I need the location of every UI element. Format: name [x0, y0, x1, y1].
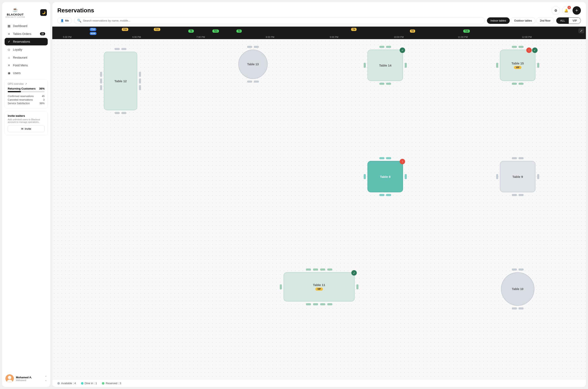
logo: ☕ BLACKOUT SPECIALTY COFFEE — [5, 7, 25, 18]
ops-title: OPS overview ↗ — [8, 82, 45, 85]
user-icon: 👤 — [61, 19, 64, 22]
sidebar-item-dashboard[interactable]: ▦ Dashboard — [5, 22, 48, 30]
time-label-1200: 12:00 PM — [522, 36, 532, 38]
add-button[interactable]: + — [573, 6, 581, 15]
floor-footer: Available : 4 Dine in : 1 Reserved : 3 — [52, 379, 586, 387]
nav-section: ▦ Dashboard ≡ Tables Orders 22 ✓ Reserva… — [5, 22, 48, 77]
sidebar-item-food-menu[interactable]: ≡ Food Menu — [5, 62, 48, 69]
sidebar-item-label: Tables Orders — [13, 32, 31, 35]
gear-icon: ⚙ — [554, 9, 557, 13]
dine-in-dot — [81, 382, 84, 385]
header-actions: ⚙ 🔔 2 + — [552, 6, 581, 15]
logo-icon: ☕ — [12, 7, 18, 13]
table-10-slot[interactable]: Table 10 — [454, 266, 582, 312]
sidebar-item-restaurant[interactable]: ⌂ Restaurant — [5, 54, 48, 61]
table-15[interactable]: Table 15 VIP — [500, 50, 535, 81]
reservations-icon: ✓ — [7, 40, 11, 43]
filter-vip-button[interactable]: VIP — [569, 18, 581, 24]
sidebar-item-label: Reservations — [13, 40, 30, 43]
table-9-slot[interactable]: Table 9 — [454, 155, 582, 198]
timeline: 5:00 PM 6:00 PM 7:00 PM 8:00 PM 9:00 PM … — [52, 27, 586, 39]
food-menu-icon: ≡ — [7, 64, 11, 67]
timeline-chip-t21[interactable]: T21 — [212, 30, 219, 33]
legend-available: Available : 4 — [57, 382, 76, 385]
time-label-1100: 11:00 PM — [458, 36, 468, 38]
timeline-chip-t3[interactable]: T3 — [236, 30, 242, 33]
settings-button[interactable]: ⚙ — [552, 6, 560, 15]
timeline-chip-t11[interactable]: T11 — [154, 28, 160, 31]
notifications-button[interactable]: 🔔 2 — [562, 6, 570, 15]
users-icon: ◉ — [7, 71, 11, 75]
table-13[interactable]: Table 13 — [238, 50, 268, 79]
floor-map: Table 12 Table 13 — [52, 39, 586, 379]
sidebar-item-reservations[interactable]: ✓ Reservations — [5, 38, 48, 45]
time-label-500: 5:00 PM — [63, 36, 71, 38]
user-role: Withstand — [16, 379, 43, 382]
sidebar-item-loyalty[interactable]: ◇ Loyalty — [5, 46, 48, 53]
dark-mode-toggle[interactable]: 🌙 — [40, 9, 47, 16]
table-13-slot[interactable]: Table 13 — [189, 43, 317, 85]
me-filter-button[interactable]: 👤 Me — [57, 18, 72, 24]
timeline-chip-t6[interactable]: T6 — [188, 30, 194, 33]
table-14-slot[interactable]: ✓ Table 14 — [321, 43, 450, 87]
table-11-vip-badge: VIP — [315, 288, 323, 291]
legend-dine-in: Dine in : 1 — [81, 382, 97, 385]
table-11[interactable]: Table 11 VIP — [284, 272, 355, 301]
sidebar-logo: ☕ BLACKOUT SPECIALTY COFFEE 🌙 — [5, 5, 48, 21]
invite-card: Invite waiters Add unlimited users to Bl… — [5, 111, 48, 135]
tables-orders-badge: 22 — [40, 32, 45, 35]
table-8[interactable]: Table 8 — [367, 161, 403, 192]
toolbar: 👤 Me 🔍 Indoor tables Outdoor tables 2nd … — [52, 17, 586, 27]
time-label-700: 7:00 PM — [196, 36, 205, 38]
timeline-chip-t15[interactable]: T15 — [122, 28, 128, 31]
svg-point-1 — [8, 376, 11, 379]
table-12-label: Table 12 — [114, 79, 127, 83]
table-12-slot[interactable]: Table 12 — [57, 43, 185, 119]
page-title: Reservations — [57, 7, 94, 14]
timeline-chip-t4[interactable]: T4 — [351, 28, 357, 31]
table-10[interactable]: Table 10 — [501, 272, 534, 306]
returning-progress-bar — [8, 91, 45, 92]
sidebar-item-label: Loyalty — [13, 48, 22, 51]
floor-tabs: Indoor tables Outdoor tables 2nd floor — [487, 17, 554, 24]
logo-brand: BLACKOUT — [7, 13, 24, 16]
table-15-alert-icon: ! — [526, 47, 532, 53]
table-15-check-icon: ✓ — [532, 47, 538, 53]
invite-button[interactable]: ✉ Invite — [8, 125, 45, 132]
bell-icon: 🔔 — [564, 9, 568, 13]
filter-all-button[interactable]: ALL — [556, 18, 569, 24]
tab-indoor-tables[interactable]: Indoor tables — [487, 17, 510, 24]
table-8-alert-icon: ! — [400, 159, 405, 164]
sidebar-item-label: Food Menu — [13, 64, 28, 67]
tables-orders-icon: ≡ — [7, 32, 11, 35]
returning-customers-row: Returning Customers 36% — [8, 87, 45, 90]
tab-outdoor-tables[interactable]: Outdoor tables — [511, 17, 535, 24]
user-chevron-icon[interactable]: ⌃⌄ — [45, 376, 47, 382]
timeline-chip-t16[interactable]: T16 — [463, 30, 470, 33]
notification-badge: 2 — [567, 6, 571, 9]
sidebar-item-users[interactable]: ◉ Users — [5, 69, 48, 77]
table-8-slot[interactable]: ! Table 8 — [321, 155, 450, 198]
time-label-1000: 10:00 PM — [394, 36, 404, 38]
time-label-800: 8:00 PM — [266, 36, 274, 38]
table-14[interactable]: Table 14 — [367, 50, 403, 81]
sidebar-item-tables-orders[interactable]: ≡ Tables Orders 22 — [5, 30, 48, 37]
timeline-chip-t2[interactable]: T2 — [410, 30, 415, 33]
table-15-slot[interactable]: ✓ ! — [454, 43, 582, 87]
tab-2nd-floor[interactable]: 2nd floor — [536, 17, 554, 24]
timeline-chip-t14[interactable]: T14 — [90, 28, 96, 31]
search-icon: 🔍 — [77, 19, 81, 23]
user-row[interactable]: Mohamed A. Withstand ⌃⌄ — [5, 372, 48, 384]
time-label-900: 9:00 PM — [330, 36, 338, 38]
expand-timeline-button[interactable]: ⤢ — [578, 28, 584, 33]
search-box: 🔍 — [74, 17, 485, 24]
confirmed-reservations-stat: Confirmed reservations 45 — [8, 95, 45, 98]
envelope-icon: ✉ — [21, 127, 23, 130]
logo-sub: SPECIALTY COFFEE — [5, 16, 25, 18]
table-9[interactable]: Table 9 — [500, 161, 535, 192]
table-11-slot[interactable]: ✓ — [189, 266, 450, 308]
search-input[interactable] — [83, 19, 482, 22]
progress-fill — [8, 91, 21, 92]
table-12[interactable]: Table 12 — [104, 52, 137, 110]
table-14-check-icon: ✓ — [400, 47, 405, 53]
